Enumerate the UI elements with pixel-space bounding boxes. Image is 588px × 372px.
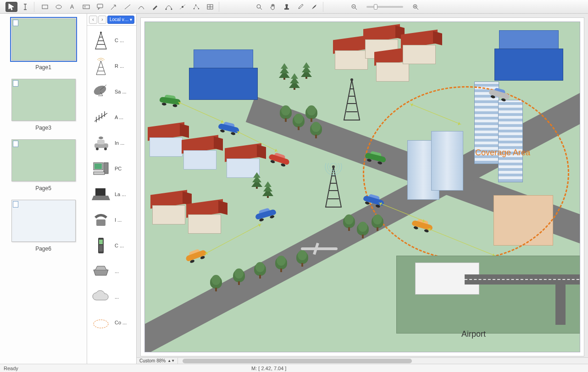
library-item-coverage[interactable]: Co ... — [88, 310, 135, 335]
rectangle-tool[interactable] — [39, 2, 51, 12]
zoom-in-button[interactable] — [410, 2, 422, 12]
brush-tool[interactable] — [308, 2, 320, 12]
pan-tool[interactable] — [267, 2, 279, 12]
textbox-tool[interactable]: T — [80, 2, 92, 12]
house[interactable] — [182, 137, 218, 170]
pages-panel: Page1 Page3 Page5 Page6 — [0, 14, 87, 364]
tree[interactable] — [343, 214, 355, 231]
car[interactable] — [268, 151, 291, 167]
arrow-tool[interactable] — [108, 2, 120, 12]
coverage-area[interactable] — [363, 86, 569, 260]
factory-building[interactable] — [189, 49, 258, 100]
library-item-phone[interactable]: I ... — [88, 207, 135, 233]
coverage-icon — [90, 312, 112, 333]
library-item-laptop[interactable]: La ... — [88, 181, 135, 207]
page-thumb[interactable]: Page6 — [11, 200, 76, 252]
pine-tree[interactable] — [301, 60, 312, 79]
library-back-button[interactable]: ‹ — [89, 16, 97, 24]
page-thumb[interactable]: Page1 — [11, 18, 76, 71]
pen-tool[interactable] — [149, 2, 161, 12]
diagram[interactable]: Coverage Area — [144, 22, 580, 352]
library-item-pc[interactable]: PC — [88, 156, 135, 181]
svg-point-39 — [325, 163, 342, 175]
pine-tree[interactable] — [289, 71, 300, 90]
eyedropper-tool[interactable] — [294, 2, 306, 12]
svg-rect-27 — [94, 164, 102, 169]
cell-tower[interactable] — [340, 76, 363, 122]
library-item-car-antenna[interactable]: In ... — [88, 130, 135, 156]
car[interactable] — [254, 206, 277, 222]
ellipse-tool[interactable] — [53, 2, 65, 12]
tree[interactable] — [233, 268, 245, 285]
zoom-out-button[interactable] — [348, 2, 360, 12]
svg-text:T: T — [84, 5, 86, 9]
tree[interactable] — [280, 105, 292, 122]
house[interactable] — [186, 202, 223, 234]
library-forward-button[interactable]: › — [98, 16, 106, 24]
canvas-area: Coverage Area — [137, 14, 588, 364]
library-item-router[interactable]: ... — [88, 258, 135, 284]
house[interactable] — [148, 125, 184, 157]
library-item-cellphone[interactable]: C ... — [88, 233, 135, 258]
line-tool[interactable] — [122, 2, 133, 12]
connector-tool[interactable] — [163, 2, 175, 12]
tree[interactable] — [305, 105, 317, 122]
phone-icon — [90, 210, 112, 230]
house[interactable] — [401, 32, 438, 64]
library-item-label: A ... — [115, 115, 133, 120]
tree[interactable] — [210, 275, 222, 291]
airport[interactable] — [396, 256, 580, 334]
zoom-slider[interactable] — [362, 2, 408, 12]
add-point-tool[interactable] — [177, 2, 189, 12]
library-item-label: Sa ... — [115, 89, 133, 94]
library-item-label: ... — [115, 268, 133, 274]
svg-rect-33 — [99, 245, 103, 252]
text-cursor-tool[interactable] — [19, 2, 31, 12]
library-selector-label: Local v… — [110, 17, 129, 22]
library-item-radio-tower[interactable]: R ... — [88, 53, 135, 79]
page-thumb[interactable]: Page5 — [11, 139, 76, 191]
library-item-cell-tower[interactable]: C ... — [88, 27, 135, 53]
tree[interactable] — [254, 262, 266, 279]
zoom-level-selector[interactable]: Custom 88% ▲▼ — [137, 358, 178, 364]
library-item-sat-dish[interactable]: Sa ... — [88, 79, 135, 104]
svg-rect-5 — [97, 4, 103, 8]
edit-shape-tool[interactable] — [190, 2, 202, 12]
library-item-cloud[interactable]: ... — [88, 284, 135, 310]
signal-link[interactable] — [178, 102, 224, 123]
svg-point-23 — [96, 148, 99, 150]
scrollbar-thumb[interactable] — [183, 359, 412, 363]
tree[interactable] — [275, 256, 287, 272]
library-selector[interactable]: Local v… ▾ — [107, 16, 134, 24]
tree[interactable] — [310, 122, 322, 138]
library-item-antenna[interactable]: A ... — [88, 104, 135, 130]
pine-tree[interactable] — [262, 180, 273, 198]
factory-building[interactable] — [494, 30, 563, 81]
tree[interactable] — [372, 214, 383, 231]
svg-point-1 — [56, 5, 61, 9]
tree[interactable] — [293, 114, 305, 130]
cell-tower[interactable] — [322, 163, 345, 209]
pine-tree[interactable] — [279, 61, 290, 80]
stamp-tool[interactable] — [281, 2, 293, 12]
pine-tree[interactable] — [251, 170, 262, 189]
house[interactable] — [150, 192, 187, 224]
car-antenna-icon — [90, 133, 112, 153]
table-tool[interactable] — [204, 2, 216, 12]
library-header: ‹ › Local v… ▾ — [87, 14, 136, 26]
page-thumb[interactable]: Page3 — [11, 79, 76, 131]
svg-point-9 — [194, 8, 194, 9]
callout-tool[interactable] — [94, 2, 106, 12]
canvas-footer-bar: Custom 88% ▲▼ — [137, 357, 588, 364]
stepper-icon: ▲▼ — [167, 360, 175, 362]
library-item-label: R ... — [115, 63, 133, 69]
zoom-tool[interactable] — [253, 2, 265, 12]
tree[interactable] — [357, 222, 369, 238]
text-tool[interactable]: A — [67, 2, 78, 12]
curve-tool[interactable] — [135, 2, 147, 12]
tree[interactable] — [296, 250, 308, 267]
horizontal-scrollbar[interactable] — [178, 358, 588, 364]
canvas-page[interactable]: Coverage Area — [140, 17, 584, 356]
pointer-tool[interactable] — [6, 2, 17, 12]
airport-label: Airport — [461, 329, 486, 339]
